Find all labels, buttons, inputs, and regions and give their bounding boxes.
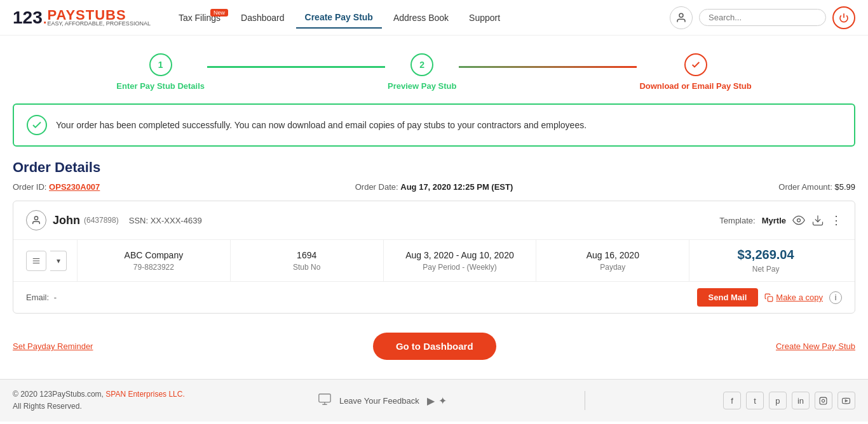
social-icons: f t p in [723,392,855,409]
stub-payday-col: Aug 16, 2020 Payday [536,240,689,281]
footer: © 2020 123PayStubs.com, SPAN Enterprises… [0,379,868,421]
order-amount-value: $5.99 [834,182,855,192]
step-line-1 [207,66,385,68]
order-details: Order Details Order ID: OPS230A007 Order… [0,159,868,192]
step-2-circle: 2 [410,53,433,76]
svg-marker-12 [846,400,848,402]
pay-stub-card: John (6437898) SSN: XX-XXX-4639 Template… [13,201,855,314]
stub-template: Template: Myrtle ⋮ [719,213,842,227]
nav-address-book[interactable]: Address Book [384,8,458,28]
net-pay-label: Net Pay [752,265,780,274]
stub-email-row: Email: - Send Mail Make a copy i [13,282,855,313]
ssn-label: SSN: [129,216,148,225]
create-new-pay-stub-link[interactable]: Create New Pay Stub [776,341,855,351]
stub-action-buttons: ▾ [26,240,78,281]
step-3-label: Download or Email Pay Stub [639,81,751,91]
order-title: Order Details [13,159,855,176]
power-button[interactable] [832,6,855,29]
linkedin-icon[interactable]: in [792,392,810,409]
go-to-dashboard-button[interactable]: Go to Dashboard [373,333,496,360]
success-check-icon [27,115,47,135]
payday-label: Payday [600,263,625,272]
order-id-item: Order ID: OPS230A007 [13,182,294,192]
info-icon-button[interactable]: i [829,291,842,304]
order-amount-label: Order Amount: [778,182,832,192]
send-mail-button[interactable]: Send Mail [697,288,759,307]
progress-steps: 1 Enter Pay Stub Details 2 Preview Pay S… [0,36,868,103]
header-right [670,6,855,29]
more-options-button[interactable]: ⋮ [831,213,842,227]
svg-point-3 [797,219,801,222]
footer-copyright: © 2020 123PayStubs.com, SPAN Enterprises… [13,388,185,413]
step-3: Download or Email Pay Stub [639,53,751,91]
set-reminder-link[interactable]: Set Payday Reminder [13,341,93,351]
success-banner: Your order has been completed successful… [13,103,855,147]
span-link[interactable]: SPAN Enterprises LLC. [105,390,185,399]
twitter-icon[interactable]: t [746,392,764,409]
youtube-icon[interactable] [837,392,855,409]
app-store-icon[interactable]: ✦ [438,395,447,407]
stub-stub-no-col: 1694 Stub No [231,240,384,281]
user-icon-button[interactable] [670,6,693,29]
step-2: 2 Preview Pay Stub [388,53,456,91]
dropdown-chevron-button[interactable]: ▾ [50,251,67,271]
stub-employee-id: (6437898) [84,216,119,225]
company-name: ABC Company [125,250,184,260]
svg-rect-10 [820,397,827,404]
stub-number-label: Stub No [293,263,320,272]
order-date-label: Order Date: [355,182,398,192]
company-ein: 79-8823922 [133,263,174,272]
order-date-item: Order Date: Aug 17, 2020 12:25 PM (EST) [294,182,574,192]
header: 123 . PAYSTUBS EASY, AFFORDABLE, PROFESS… [0,0,868,36]
pay-period-value: Aug 3, 2020 - Aug 10, 2020 [405,250,513,260]
nav-create-pay-stub[interactable]: Create Pay Stub [296,7,382,29]
list-view-button[interactable] [26,251,46,271]
pinterest-icon[interactable]: p [769,392,787,409]
svg-rect-9 [319,394,330,402]
make-copy-label: Make a copy [776,293,823,302]
stub-details-row: ▾ ABC Company 79-8823922 1694 Stub No Au… [13,240,855,282]
order-id-label: Order ID: [13,182,46,192]
order-meta-row: Order ID: OPS230A007 Order Date: Aug 17,… [13,182,855,192]
facebook-icon[interactable]: f [723,392,741,409]
stub-net-pay-col: $3,269.04 Net Pay [689,240,842,281]
make-copy-button[interactable]: Make a copy [764,293,823,302]
payday-value: Aug 16, 2020 [587,250,639,260]
download-icon-button[interactable] [811,214,824,227]
logo-number: 123 [13,8,43,28]
stub-card-header: John (6437898) SSN: XX-XXX-4639 Template… [13,201,855,240]
instagram-icon[interactable] [815,392,832,409]
stub-number-value: 1694 [297,250,316,260]
search-input[interactable] [699,9,826,26]
step-3-circle [684,53,707,76]
stub-ssn: SSN: XX-XXX-4639 [129,216,202,225]
nav-support[interactable]: Support [460,8,509,28]
nav-dashboard[interactable]: Dashboard [232,8,294,28]
new-badge: New [210,9,228,17]
logo-dot: . [43,8,48,28]
bottom-actions: Set Payday Reminder Go to Dashboard Crea… [0,326,868,379]
order-id-link[interactable]: OPS230A007 [49,182,100,192]
step-1-circle: 1 [149,53,172,76]
nav-tax-filings[interactable]: Tax Filings New [170,8,229,28]
footer-divider [585,391,585,410]
rights-text: All Rights Reserved. [13,401,185,413]
net-pay-amount: $3,269.04 [738,248,794,262]
order-date-value: Aug 17, 2020 12:25 PM (EST) [400,182,513,192]
app-store-icons: ▶ ✦ [427,395,447,407]
svg-point-2 [34,216,37,220]
email-label: Email: - [26,293,57,302]
success-message: Your order has been completed successful… [56,119,587,132]
feedback-icon [318,392,332,409]
footer-center: Leave Your Feedback ▶ ✦ [318,392,447,409]
step-2-label: Preview Pay Stub [388,81,456,91]
feedback-label: Leave Your Feedback [339,396,419,406]
preview-icon-button[interactable] [792,214,805,227]
template-label: Template: [719,216,755,225]
play-store-icon[interactable]: ▶ [427,395,435,407]
step-1: 1 Enter Pay Stub Details [116,53,205,91]
svg-point-0 [679,13,683,17]
order-amount-item: Order Amount: $5.99 [574,182,855,192]
step-line-2 [459,66,637,68]
ssn-value: XX-XXX-4639 [151,216,202,225]
